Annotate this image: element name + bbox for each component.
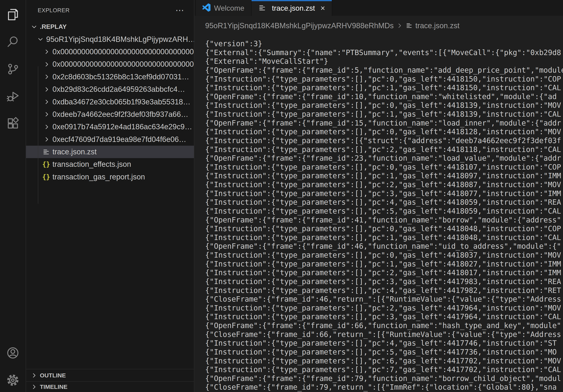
source-control-view-button[interactable]	[6, 62, 20, 76]
tab-welcome[interactable]: Welcome	[195, 0, 252, 16]
file-lines-icon	[406, 22, 412, 29]
code-line: {"Instruction":{"type_parameters":[],"pc…	[205, 286, 563, 295]
tree-folder-row[interactable]: 0xb29d83c26cdd2a64959263abbcfc4…	[26, 83, 194, 95]
folder-name: 95oR1YipjSnqd18K4BMshkLgPijypwzARH…	[46, 35, 194, 44]
code-line: {"Instruction":{"type_parameters":[],"pc…	[205, 339, 563, 348]
folder-name: 0xecf47609d7da919ea98e7fd04f6e06…	[52, 135, 186, 144]
explorer-view-button[interactable]	[6, 8, 20, 21]
tree-children: 0x00000000000000000000000000000000… 0x00…	[26, 46, 194, 183]
code-line: {"Instruction":{"type_parameters":[],"pc…	[205, 365, 563, 374]
sidebar-header: EXPLORER ⋯	[26, 0, 194, 21]
section-timeline[interactable]: TIMELINE	[26, 381, 194, 392]
chevron-right-icon	[43, 124, 50, 130]
vscode-logo-icon	[202, 3, 210, 13]
code-line: {"Instruction":{"type_parameters":[],"pc…	[205, 207, 563, 216]
code-line: {"Instruction":{"type_parameters":[{"str…	[205, 136, 563, 145]
tree-folder-row[interactable]: 0xdba34672e30cb065b1f93e3ab55318…	[26, 95, 194, 108]
code-line: {"Instruction":{"type_parameters":[],"pc…	[205, 357, 563, 366]
tree-folder-digest[interactable]: 95oR1YipjSnqd18K4BMshkLgPijypwzARH…	[26, 33, 194, 45]
tree-file-row[interactable]: transaction_effects.json	[26, 158, 194, 170]
section-outline[interactable]: OUTLINE	[26, 369, 194, 381]
code-line: {"CloseFrame":{"frame_id":46,"return_":[…	[205, 295, 563, 304]
sidebar-title: EXPLORER	[38, 7, 70, 14]
code-line: {"Instruction":{"type_parameters":[],"pc…	[205, 171, 563, 180]
code-line: {"Instruction":{"type_parameters":[],"pc…	[205, 180, 563, 189]
chevron-right-icon	[43, 86, 50, 93]
file-tree: .REPLAY 95oR1YipjSnqd18K4BMshkLgPijypwzA…	[26, 21, 194, 183]
account-icon	[6, 346, 19, 359]
search-icon	[6, 35, 19, 48]
gear-icon	[6, 374, 19, 387]
tree-folder-row[interactable]: 0xdeeb7a4662eec9f2f3def03fb937a66…	[26, 108, 194, 121]
source-control-icon	[6, 63, 19, 76]
chevron-right-icon	[31, 372, 38, 379]
extensions-icon	[6, 117, 19, 130]
code-line: {"Instruction":{"type_parameters":[],"pc…	[205, 304, 563, 313]
code-line: {"Instruction":{"type_parameters":[],"pc…	[205, 224, 563, 233]
breadcrumb-file[interactable]: trace.json.zst	[415, 22, 460, 30]
code-line: {"version":3}	[205, 39, 563, 48]
tree-folder-row[interactable]: 0x00000000000000000000000000000000…	[26, 46, 194, 58]
chevron-right-icon	[43, 99, 50, 105]
account-button[interactable]	[6, 346, 20, 360]
code-line: {"Instruction":{"type_parameters":[],"pc…	[205, 163, 563, 172]
code-line: {"Instruction":{"type_parameters":[],"pc…	[205, 277, 563, 286]
file-name: trace.json.zst	[52, 148, 97, 156]
code-line: {"Instruction":{"type_parameters":[],"pc…	[205, 75, 563, 84]
breadcrumb: 95oR1YipjSnqd18K4BMshkLgPijypwzARHV988eR…	[195, 16, 563, 36]
tree-folder-row[interactable]: 0xe0917b74a5912e4ad186ac634e29c9…	[26, 121, 194, 133]
folder-name: 0xe0917b74a5912e4ad186ac634e29c9…	[52, 123, 192, 131]
more-actions-icon[interactable]: ⋯	[175, 8, 184, 12]
breadcrumb-folder[interactable]: 95oR1YipjSnqd18K4BMshkLgPijypwzARHV988eR…	[205, 22, 394, 30]
json-braces-icon	[42, 173, 50, 181]
files-icon	[6, 8, 19, 21]
code-line: {"Instruction":{"type_parameters":[],"pc…	[205, 198, 563, 207]
code-line: {"External":{"Summary":{"name":"PTBSumma…	[205, 48, 563, 57]
code-line: {"Instruction":{"type_parameters":[],"pc…	[205, 260, 563, 269]
settings-button[interactable]	[6, 373, 20, 387]
tab-trace-json-zst[interactable]: trace.json.zst ×	[252, 0, 332, 16]
tree-file-row[interactable]: transaction_gas_report.json	[26, 171, 194, 183]
code-line: {"Instruction":{"type_parameters":[],"pc…	[205, 348, 563, 357]
chevron-down-icon	[31, 24, 38, 30]
folder-name: 0x2c8d603bc51326b8c13cef9dd07031…	[52, 73, 189, 81]
extensions-view-button[interactable]	[6, 117, 20, 130]
chevron-right-icon	[43, 136, 50, 143]
tree-file-row[interactable]: trace.json.zst	[26, 146, 194, 158]
tree-folder-row[interactable]: 0x2c8d603bc51326b8c13cef9dd07031…	[26, 71, 194, 83]
code-line: {"OpenFrame":{"frame":{"frame_id":66,"fu…	[205, 321, 563, 330]
tab-label: trace.json.zst	[272, 3, 315, 13]
folder-name: 0xdeeb7a4662eec9f2f3def03fb937a66…	[52, 110, 188, 119]
vscode-window: EXPLORER ⋯ .REPLAY 95oR1YipjSnqd18K4BMsh…	[0, 0, 563, 392]
file-lines-icon	[42, 148, 50, 156]
editor-content[interactable]: {"version":3}{"External":{"Summary":{"na…	[195, 36, 563, 392]
code-line: {"Instruction":{"type_parameters":[],"pc…	[205, 110, 563, 119]
code-line: {"Instruction":{"type_parameters":[],"pc…	[205, 268, 563, 277]
code-line: {"Instruction":{"type_parameters":[],"pc…	[205, 233, 563, 242]
sidebar-bottom-sections: OUTLINE TIMELINE	[26, 369, 194, 392]
code-line: {"Instruction":{"type_parameters":[],"pc…	[205, 313, 563, 321]
run-and-debug-view-button[interactable]	[6, 90, 20, 103]
chevron-down-icon	[37, 36, 44, 43]
code-line: {"OpenFrame":{"frame":{"frame_id":23,"fu…	[205, 154, 563, 163]
tree-root-replay[interactable]: .REPLAY	[26, 21, 194, 33]
code-line: {"CloseFrame":{"frame_id":79,"return_":[…	[205, 383, 563, 392]
close-icon[interactable]: ×	[320, 3, 325, 13]
activity-bar-top	[0, 8, 26, 130]
tree-folder-row[interactable]: 0x00000000000000000000000000000000…	[26, 58, 194, 70]
json-braces-icon	[42, 160, 50, 168]
activity-bar	[0, 0, 26, 392]
code-line: {"Instruction":{"type_parameters":[],"pc…	[205, 83, 563, 92]
tree-folder-row[interactable]: 0xecf47609d7da919ea98e7fd04f6e06…	[26, 133, 194, 146]
folder-name: 0x00000000000000000000000000000000…	[52, 48, 194, 56]
tab-bar: Welcome trace.json.zst ×	[195, 0, 563, 16]
file-name: transaction_effects.json	[52, 160, 131, 169]
chevron-right-icon	[43, 111, 50, 118]
search-view-button[interactable]	[6, 35, 20, 49]
code-line: {"OpenFrame":{"frame":{"frame_id":10,"fu…	[205, 92, 563, 101]
tab-label: Welcome	[214, 3, 244, 13]
code-line: {"CloseFrame":{"frame_id":66,"return_":[…	[205, 330, 563, 339]
root-folder-label: .REPLAY	[40, 23, 67, 30]
outline-section-label: OUTLINE	[40, 372, 66, 379]
chevron-right-icon	[396, 22, 403, 29]
